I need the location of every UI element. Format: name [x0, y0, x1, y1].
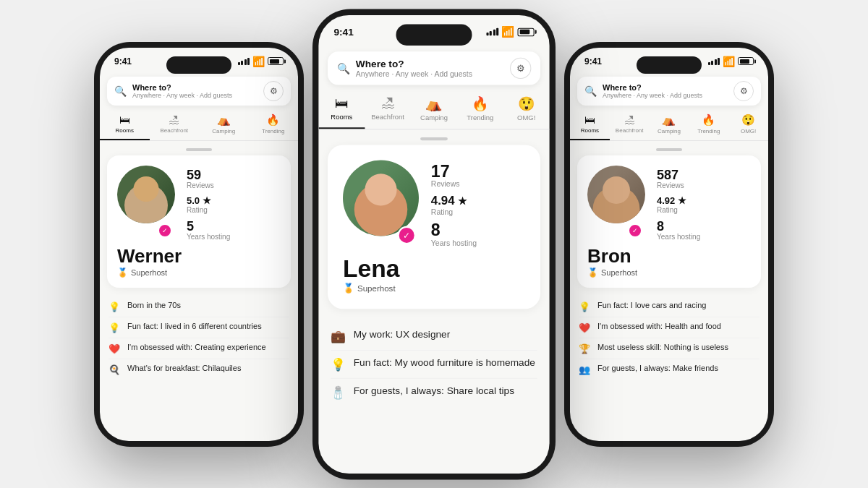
signal-right [708, 58, 720, 65]
filter-btn-center[interactable]: ⚙ [510, 57, 531, 78]
stat-rating-val-right: 4.92 ★ [657, 195, 751, 206]
info-icon-1-right: ❤️ [579, 322, 590, 333]
info-item-0-center: 💼 My work: UX designer [331, 322, 537, 351]
star-left: ★ [203, 195, 211, 206]
search-icon-right: 🔍 [584, 85, 597, 97]
card-top-left: ✓ 59 Reviews 5.0 ★ Rating [117, 166, 281, 241]
filter-btn-left[interactable]: ⚙ [263, 81, 284, 101]
superhost-badge-right: 🏅 Superhost [587, 267, 637, 278]
cat-trending-center[interactable]: 🔥 Trending [457, 90, 503, 129]
info-item-2-left: ❤️ I'm obsessed with: Creating experienc… [109, 338, 289, 359]
cat-rooms-left[interactable]: 🛏 Rooms [100, 110, 150, 140]
cat-icon-camping-left: ⛺ [217, 114, 231, 127]
star-right: ★ [678, 195, 686, 206]
battery-left [268, 57, 284, 65]
avatar-wrap-center: ✓ [343, 160, 419, 247]
cat-beachfront-right[interactable]: 🏖 Beachfront [610, 110, 650, 140]
profile-card-right: ✓ 587 Reviews 4.92 ★ Rating [577, 155, 761, 288]
search-bar-right[interactable]: 🔍 Where to? Anywhere · Any week · Add gu… [577, 77, 761, 106]
cat-beachfront-left[interactable]: 🏖 Beachfront [150, 110, 200, 140]
phone-left: 9:41 📶 🔍 Where to? Anywhere · Any week · [94, 42, 304, 447]
info-text-2-right: Most useless skill: Nothing is useless [597, 343, 728, 351]
profile-card-center: ✓ 17 Reviews 4.94 ★ Rating [328, 145, 540, 309]
stat-reviews-left: 59 Reviews [187, 168, 281, 189]
status-icons-left: 📶 [238, 56, 284, 67]
superhost-badge-left: 🏅 Superhost [117, 267, 167, 278]
info-item-1-left: 💡 Fun fact: I lived in 6 different count… [109, 317, 289, 338]
stat-rating-val-center: 4.94 ★ [431, 194, 525, 207]
search-bar-left[interactable]: 🔍 Where to? Anywhere · Any week · Add gu… [107, 77, 291, 106]
cat-omg-center[interactable]: 😲 OMG! [503, 90, 550, 129]
stat-rating-center: 4.94 ★ Rating [431, 194, 525, 215]
cat-trending-left[interactable]: 🔥 Trending [249, 110, 299, 140]
avatar-bron [587, 166, 645, 223]
search-text-right: Where to? Anywhere · Any week · Add gues… [603, 83, 733, 99]
info-item-0-right: 💡 Fun fact: I love cars and racing [579, 296, 760, 317]
info-icon-1-center: 💡 [331, 357, 346, 372]
info-list-left: 💡 Born in the 70s 💡 Fun fact: I lived in… [100, 291, 298, 385]
cat-icon-beachfront-left: 🏖 [169, 114, 179, 126]
signal-left [238, 58, 250, 65]
info-item-3-right: 👥 For guests, I always: Make friends [579, 359, 760, 380]
verified-badge-right: ✓ [628, 223, 642, 238]
search-sub-left: Anywhere · Any week · Add guests [132, 92, 263, 99]
info-text-2-center: For guests, I always: Share local tips [354, 385, 514, 396]
info-icon-0-right: 💡 [579, 301, 590, 312]
cat-camping-center[interactable]: ⛺ Camping [411, 90, 457, 129]
info-list-center: 💼 My work: UX designer 💡 Fun fact: My wo… [318, 313, 549, 415]
drag-handle-left [186, 148, 212, 151]
info-icon-0-center: 💼 [331, 329, 346, 343]
search-main-center: Where to? [356, 58, 510, 69]
info-icon-3-right: 👥 [579, 364, 590, 375]
time-center: 9:41 [333, 26, 353, 38]
cat-icon-trending-left: 🔥 [266, 114, 280, 127]
cat-beachfront-center[interactable]: 🏖 Beachfront [365, 90, 411, 129]
cat-icon-camping-right: ⛺ [662, 114, 676, 127]
stat-years-value-center: 8 [431, 222, 525, 239]
wifi-left: 📶 [252, 56, 265, 67]
info-text-1-right: I'm obsessed with: Health and food [597, 322, 721, 330]
profile-card-left: ✓ 59 Reviews 5.0 ★ Rating [107, 155, 291, 288]
cat-camping-left[interactable]: ⛺ Camping [199, 110, 249, 140]
stat-years-value-right: 8 [657, 220, 751, 233]
info-text-0-center: My work: UX designer [354, 328, 451, 340]
filter-btn-right[interactable]: ⚙ [733, 81, 754, 101]
search-text-left: Where to? Anywhere · Any week · Add gues… [132, 83, 263, 99]
cat-trending-right[interactable]: 🔥 Trending [689, 110, 728, 140]
search-sub-right: Anywhere · Any week · Add guests [603, 92, 733, 99]
info-icon-2-center: 🧂 [331, 385, 346, 400]
cat-camping-right[interactable]: ⛺ Camping [650, 110, 689, 140]
search-bar-center[interactable]: 🔍 Where to? Anywhere · Any week · Add gu… [328, 51, 540, 85]
battery-center [518, 27, 535, 36]
cat-icon-rooms-left: 🛏 [119, 114, 130, 126]
cat-rooms-center[interactable]: 🛏 Rooms [318, 90, 365, 129]
profile-name-left: Werner [117, 245, 182, 267]
info-icon-2-left: ❤️ [109, 343, 120, 354]
phone-right-screen: 9:41 📶 🔍 Where to? Anywhere · Any week · [570, 48, 768, 441]
stat-reviews-value-left: 59 [187, 168, 281, 181]
avatar-wrap-left: ✓ [117, 166, 175, 241]
card-top-center: ✓ 17 Reviews 4.94 ★ Rating [343, 160, 525, 247]
signal-center [486, 27, 498, 35]
cat-rooms-right[interactable]: 🛏 Rooms [570, 110, 610, 140]
info-item-2-right: 🏆 Most useless skill: Nothing is useless [579, 338, 760, 359]
search-main-right: Where to? [603, 83, 733, 92]
superhost-badge-center: 🏅 Superhost [343, 283, 396, 294]
stat-years-value-left: 5 [187, 220, 281, 233]
stat-years-label-center: Years hosting [431, 239, 525, 247]
battery-right [738, 57, 754, 65]
info-text-1-center: Fun fact: My wood furniture is homemade [354, 356, 535, 368]
phone-left-screen: 9:41 📶 🔍 Where to? Anywhere · Any week · [100, 48, 298, 441]
time-right: 9:41 [584, 56, 602, 67]
cat-icon-camping-center: ⛺ [425, 95, 442, 112]
cat-icon-beachfront-right: 🏖 [624, 114, 635, 126]
stat-reviews-center: 17 Reviews [431, 163, 525, 188]
cat-omg-right[interactable]: 😲 OMG! [728, 110, 768, 140]
category-tabs-right: 🛏 Rooms 🏖 Beachfront ⛺ Camping 🔥 Trendin… [570, 110, 768, 141]
drag-handle-right [656, 148, 682, 151]
dynamic-island-center [396, 24, 472, 45]
stats-center: 17 Reviews 4.94 ★ Rating 8 Yea [431, 160, 525, 247]
stats-left: 59 Reviews 5.0 ★ Rating 5 Year [187, 166, 281, 241]
stat-reviews-value-center: 17 [431, 163, 525, 179]
stat-reviews-right: 587 Reviews [657, 168, 751, 189]
